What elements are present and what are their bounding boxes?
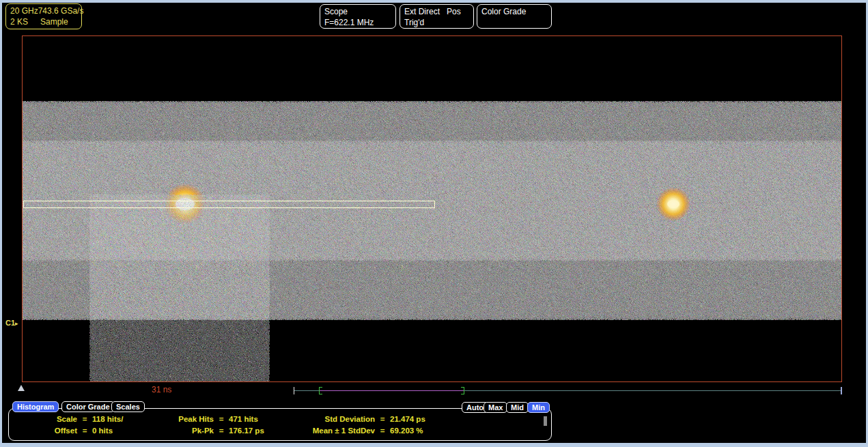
trigger-source: Ext Direct xyxy=(404,6,447,17)
scale-label: Scale xyxy=(21,415,77,427)
oscilloscope-window: { "equals": "=", "header": { "acquisitio… xyxy=(0,0,868,447)
scope-frequency: F=622.1 MHz xyxy=(324,17,374,28)
zoom-region-left-bracket[interactable] xyxy=(319,387,322,394)
peak-hits-label: Peak Hits xyxy=(156,415,214,427)
mean-stddev-label: Mean ± 1 StdDev xyxy=(286,427,375,438)
bandwidth-value: 20 GHz xyxy=(10,5,38,16)
tab-scales[interactable]: Scales xyxy=(111,401,145,412)
scope-title: Scope xyxy=(324,6,348,17)
offset-value: 0 hits xyxy=(92,427,123,438)
timebase-line-zoom-region xyxy=(319,390,464,391)
hits-readouts: Peak Hits = 471 hits Pk-Pk = 176.17 ps xyxy=(156,415,264,438)
timebase-end-tick xyxy=(841,387,842,394)
pk-pk-label: Pk-Pk xyxy=(156,427,214,438)
time-reference-marker-icon[interactable] xyxy=(18,385,25,391)
scope-status-box[interactable]: Scope F=622.1 MHz xyxy=(320,4,396,29)
trigger-status-box[interactable]: Ext Direct Pos Trig'd xyxy=(400,4,474,29)
trigger-status: Trig'd xyxy=(404,17,424,28)
panel-size-min-button[interactable]: Min xyxy=(527,402,550,413)
display-mode-box[interactable]: Color Grade xyxy=(477,4,552,29)
timebase-start-tick[interactable] xyxy=(294,387,294,394)
display-mode-title: Color Grade xyxy=(481,6,526,17)
channel-marker-icon: ▸ xyxy=(15,320,18,327)
trigger-slope: Pos xyxy=(447,6,461,17)
panel-scrollbar-thumb[interactable] xyxy=(544,416,547,426)
histogram-panel: Scale = 118 hits/ Offset = 0 hits Peak H… xyxy=(8,408,552,441)
scale-value: 118 hits/ xyxy=(92,415,123,427)
histogram-window-marker[interactable] xyxy=(24,201,435,208)
acquisition-status-box[interactable]: 20 GHz 743.6 GSa/s 2 KS Sample xyxy=(5,3,82,29)
offset-label: Offset xyxy=(21,427,77,438)
channel-1-label[interactable]: C1▸ xyxy=(5,319,18,327)
tab-color-grade[interactable]: Color Grade xyxy=(61,401,115,412)
panel-size-mid-button[interactable]: Mid xyxy=(506,402,529,413)
waveform-display xyxy=(22,35,842,382)
panel-size-max-button[interactable]: Max xyxy=(484,402,507,413)
statistics-readouts: Std Deviation = 21.474 ps Mean ± 1 StdDe… xyxy=(286,415,425,438)
std-deviation-label: Std Deviation xyxy=(286,415,375,427)
std-deviation-value: 21.474 ps xyxy=(390,415,425,427)
sample-rate-value: 743.6 GSa/s xyxy=(38,5,84,16)
mean-stddev-value: 69.203 % xyxy=(390,427,425,438)
memory-depth-value: 2 KS xyxy=(10,16,40,27)
peak-hits-value: 471 hits xyxy=(229,415,264,427)
scale-offset-readouts: Scale = 118 hits/ Offset = 0 hits xyxy=(21,415,123,438)
pk-pk-value: 176.17 ps xyxy=(229,427,264,438)
tab-histogram[interactable]: Histogram xyxy=(12,401,59,412)
timebase-label: 31 ns xyxy=(152,385,171,394)
eye-diagram xyxy=(23,36,841,381)
timebase-line-right xyxy=(464,390,842,391)
zoom-region-right-bracket[interactable] xyxy=(461,387,464,394)
timebase-line-left xyxy=(294,390,319,391)
acq-mode-value: Sample xyxy=(40,16,68,27)
